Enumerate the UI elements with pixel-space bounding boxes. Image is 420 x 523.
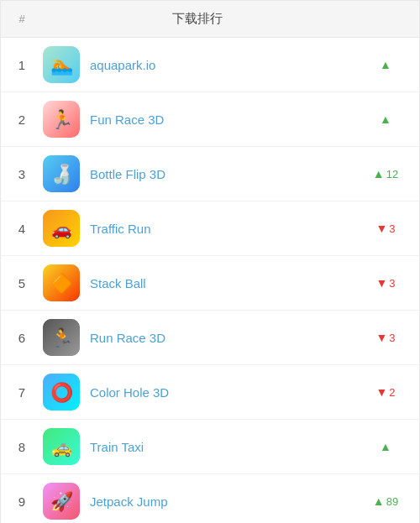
table-row[interactable]: 6 🏃 Run Race 3D▼3	[1, 311, 419, 365]
down-arrow-icon: ▼	[375, 385, 387, 399]
up-arrow-icon: ▲	[380, 112, 391, 126]
rank-number: 6	[1, 331, 43, 345]
rank-number: 7	[1, 385, 43, 400]
app-name[interactable]: Fun Race 3D	[90, 112, 164, 127]
download-ranking-table: # 下载排行 1 🏊 aquapark.io▲2 🏃 Fun Race 3D▲3…	[0, 0, 420, 523]
change-indicator: ▼3	[352, 276, 419, 290]
app-info: 🏊 aquapark.io	[43, 46, 352, 83]
rank-number: 1	[1, 58, 43, 72]
down-arrow-icon: ▼	[375, 331, 387, 344]
app-info: 🍶 Bottle Flip 3D	[43, 155, 352, 192]
app-name[interactable]: aquapark.io	[90, 58, 155, 72]
table-row[interactable]: 4 🚗 Traffic Run▼3	[1, 201, 419, 256]
app-icon: 🍶	[43, 155, 80, 192]
svg-text:🚕: 🚕	[51, 437, 72, 458]
change-number: 12	[386, 168, 398, 180]
table-row[interactable]: 8 🚕 Train Taxi▲	[1, 420, 419, 474]
app-icon: 🏊	[43, 46, 80, 83]
svg-text:⭕: ⭕	[50, 381, 74, 404]
rank-number: 5	[1, 276, 43, 290]
app-icon: 🔶	[43, 264, 80, 301]
down-arrow-icon: ▼	[375, 222, 387, 235]
app-info: ⭕ Color Hole 3D	[43, 374, 352, 411]
change-number: 3	[389, 277, 395, 290]
down-arrow-icon: ▼	[375, 276, 387, 290]
change-indicator: ▼3	[352, 331, 419, 344]
svg-text:🔶: 🔶	[50, 272, 74, 295]
up-arrow-icon: ▲	[380, 58, 391, 71]
up-arrow-icon: ▲	[373, 494, 385, 508]
app-info: 🚕 Train Taxi	[43, 428, 352, 465]
app-icon: 🚗	[43, 210, 80, 247]
change-indicator: ▲	[352, 440, 419, 453]
app-info: 🚗 Traffic Run	[43, 210, 352, 247]
change-indicator: ▲	[352, 58, 419, 71]
table-header: # 下载排行	[1, 1, 419, 38]
app-icon: 🚕	[43, 428, 80, 465]
app-icon: 🏃	[43, 101, 80, 138]
table-body: 1 🏊 aquapark.io▲2 🏃 Fun Race 3D▲3 🍶 Bott…	[1, 38, 419, 523]
app-name[interactable]: Bottle Flip 3D	[90, 167, 165, 181]
change-indicator: ▲12	[352, 167, 419, 180]
header-rank: #	[1, 13, 43, 25]
app-name[interactable]: Train Taxi	[90, 440, 144, 454]
svg-text:🏃: 🏃	[50, 108, 74, 131]
table-row[interactable]: 7 ⭕ Color Hole 3D▼2	[1, 365, 419, 420]
app-icon: 🏃	[43, 319, 80, 356]
rank-number: 8	[1, 440, 43, 454]
app-icon: ⭕	[43, 374, 80, 411]
table-row[interactable]: 5 🔶 Stack Ball▼3	[1, 256, 419, 311]
change-number: 3	[389, 332, 395, 344]
svg-text:🚗: 🚗	[51, 219, 72, 239]
change-indicator: ▲	[352, 112, 419, 126]
app-info: 🏃 Fun Race 3D	[43, 101, 352, 138]
change-number: 89	[386, 495, 398, 508]
change-indicator: ▲89	[352, 494, 419, 508]
table-row[interactable]: 2 🏃 Fun Race 3D▲	[1, 92, 419, 147]
rank-number: 2	[1, 112, 43, 127]
svg-text:🚀: 🚀	[50, 490, 74, 513]
change-indicator: ▼2	[352, 385, 419, 399]
app-info: 🏃 Run Race 3D	[43, 319, 352, 356]
up-arrow-icon: ▲	[380, 440, 391, 453]
app-name[interactable]: Color Hole 3D	[90, 385, 169, 400]
svg-text:🏃: 🏃	[50, 327, 74, 349]
app-name[interactable]: Jetpack Jump	[90, 494, 168, 509]
rank-number: 9	[1, 494, 43, 509]
header-title: 下载排行	[43, 11, 352, 27]
table-row[interactable]: 3 🍶 Bottle Flip 3D▲12	[1, 147, 419, 201]
app-name[interactable]: Stack Ball	[90, 276, 146, 290]
app-info: 🔶 Stack Ball	[43, 264, 352, 301]
rank-number: 4	[1, 222, 43, 236]
app-name[interactable]: Traffic Run	[90, 222, 151, 236]
app-name[interactable]: Run Race 3D	[90, 331, 165, 345]
change-number: 2	[389, 386, 395, 399]
svg-text:🍶: 🍶	[50, 163, 74, 186]
app-icon: 🚀	[43, 483, 80, 520]
rank-number: 3	[1, 167, 43, 181]
change-number: 3	[389, 222, 395, 235]
svg-text:🏊: 🏊	[50, 54, 74, 76]
app-info: 🚀 Jetpack Jump	[43, 483, 352, 520]
up-arrow-icon: ▲	[373, 167, 385, 180]
change-indicator: ▼3	[352, 222, 419, 235]
table-row[interactable]: 1 🏊 aquapark.io▲	[1, 38, 419, 92]
table-row[interactable]: 9 🚀 Jetpack Jump▲89	[1, 474, 419, 523]
